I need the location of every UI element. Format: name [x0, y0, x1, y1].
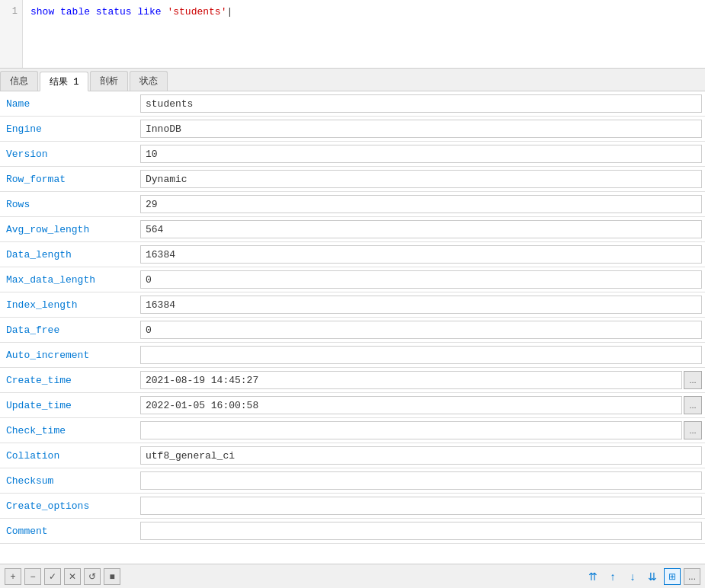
- prop-input[interactable]: [140, 94, 702, 113]
- prop-ellipsis-button[interactable]: ...: [684, 396, 702, 414]
- add-row-button[interactable]: +: [5, 568, 21, 585]
- prop-label: Engine: [0, 117, 137, 142]
- prop-label: Checksum: [0, 468, 137, 494]
- prop-input[interactable]: [140, 396, 682, 414]
- prop-input[interactable]: [140, 270, 702, 289]
- prop-value-cell: [137, 91, 705, 117]
- prop-value-cell: [137, 267, 705, 292]
- table-row: Create_options: [0, 494, 705, 519]
- prop-input[interactable]: [140, 497, 702, 515]
- prop-value-cell: [137, 519, 705, 544]
- table-row: Create_time...: [0, 368, 705, 393]
- properties-table: NameEngineVersionRow_formatRowsAvg_row_l…: [0, 91, 705, 544]
- prop-label: Row_format: [0, 167, 137, 192]
- table-row: Comment: [0, 519, 705, 544]
- prop-label: Create_time: [0, 368, 137, 393]
- prop-label: Comment: [0, 519, 137, 544]
- prop-label: Max_data_length: [0, 267, 137, 292]
- nav-up-button[interactable]: ↑: [604, 568, 621, 585]
- table-row: Max_data_length: [0, 267, 705, 292]
- table-row: Index_length: [0, 292, 705, 318]
- tab-result1[interactable]: 结果 1: [40, 72, 88, 91]
- prop-label: Create_options: [0, 494, 137, 519]
- prop-input[interactable]: [140, 471, 702, 490]
- delete-row-button[interactable]: −: [24, 568, 41, 585]
- prop-input[interactable]: [140, 296, 702, 314]
- main-content: NameEngineVersionRow_formatRowsAvg_row_l…: [0, 91, 705, 564]
- prop-value-cell: [137, 292, 705, 318]
- prop-label: Data_free: [0, 318, 137, 343]
- prop-input[interactable]: [140, 522, 702, 540]
- table-row: Auto_increment: [0, 343, 705, 368]
- prop-value-cell: ...: [137, 393, 705, 418]
- prop-label: Check_time: [0, 418, 137, 443]
- table-row: Row_format: [0, 167, 705, 192]
- table-row: Rows: [0, 192, 705, 217]
- prop-input[interactable]: [140, 120, 702, 138]
- cancel-button[interactable]: ✕: [64, 568, 81, 585]
- nav-down-button[interactable]: ↓: [624, 568, 641, 585]
- extra-button[interactable]: ...: [684, 568, 700, 585]
- prop-input[interactable]: [140, 245, 702, 264]
- prop-value-cell: [137, 494, 705, 519]
- prop-label: Index_length: [0, 292, 137, 318]
- nav-last-button[interactable]: ⇊: [644, 568, 661, 585]
- table-row: Name: [0, 91, 705, 117]
- refresh-button[interactable]: ↺: [84, 568, 101, 585]
- table-row: Version: [0, 142, 705, 167]
- prop-label: Version: [0, 142, 137, 167]
- prop-label: Avg_row_length: [0, 217, 137, 242]
- tab-status[interactable]: 状态: [130, 71, 168, 91]
- prop-input[interactable]: [140, 446, 702, 465]
- prop-input[interactable]: [140, 371, 682, 389]
- table-row: Update_time...: [0, 393, 705, 418]
- properties-table-container[interactable]: NameEngineVersionRow_formatRowsAvg_row_l…: [0, 91, 705, 564]
- confirm-button[interactable]: ✓: [44, 568, 61, 585]
- prop-label: Name: [0, 91, 137, 117]
- prop-input[interactable]: [140, 321, 702, 339]
- grid-view-button[interactable]: ⊞: [664, 568, 681, 585]
- table-row: Collation: [0, 443, 705, 468]
- table-row: Data_length: [0, 242, 705, 267]
- prop-value-cell: [137, 443, 705, 468]
- prop-label: Update_time: [0, 393, 137, 418]
- table-row: Data_free: [0, 318, 705, 343]
- prop-value-cell: ...: [137, 418, 705, 443]
- prop-input[interactable]: [140, 170, 702, 188]
- prop-input[interactable]: [140, 145, 702, 163]
- nav-first-button[interactable]: ⇈: [585, 568, 601, 585]
- prop-value-cell: [137, 142, 705, 167]
- prop-value-cell: [137, 468, 705, 494]
- prop-label: Collation: [0, 443, 137, 468]
- stop-button[interactable]: ■: [104, 568, 120, 585]
- tab-info[interactable]: 信息: [0, 71, 38, 91]
- sql-editor: 1 show table status like 'students'|: [0, 0, 705, 69]
- prop-input[interactable]: [140, 421, 682, 439]
- prop-value-cell: [137, 318, 705, 343]
- table-row: Check_time...: [0, 418, 705, 443]
- sql-keyword: show table status like: [30, 6, 167, 18]
- prop-label: Auto_increment: [0, 343, 137, 368]
- sql-text[interactable]: show table status like 'students'|: [23, 0, 705, 68]
- table-row: Engine: [0, 117, 705, 142]
- prop-input[interactable]: [140, 346, 702, 364]
- line-number: 1: [0, 0, 23, 68]
- tab-analyze[interactable]: 剖析: [90, 71, 128, 91]
- prop-input[interactable]: [140, 220, 702, 238]
- prop-value-cell: ...: [137, 368, 705, 393]
- sql-string: 'students': [167, 6, 226, 18]
- prop-value-cell: [137, 217, 705, 242]
- prop-ellipsis-button[interactable]: ...: [684, 421, 702, 439]
- prop-value-cell: [137, 343, 705, 368]
- tabs-bar: 信息 结果 1 剖析 状态: [0, 69, 705, 91]
- table-row: Avg_row_length: [0, 217, 705, 242]
- prop-label: Rows: [0, 192, 137, 217]
- prop-value-cell: [137, 242, 705, 267]
- prop-value-cell: [137, 192, 705, 217]
- table-row: Checksum: [0, 468, 705, 494]
- prop-label: Data_length: [0, 242, 137, 267]
- prop-input[interactable]: [140, 195, 702, 213]
- prop-ellipsis-button[interactable]: ...: [684, 371, 702, 389]
- toolbar-right: ⇈ ↑ ↓ ⇊ ⊞ ...: [585, 568, 700, 585]
- prop-value-cell: [137, 117, 705, 142]
